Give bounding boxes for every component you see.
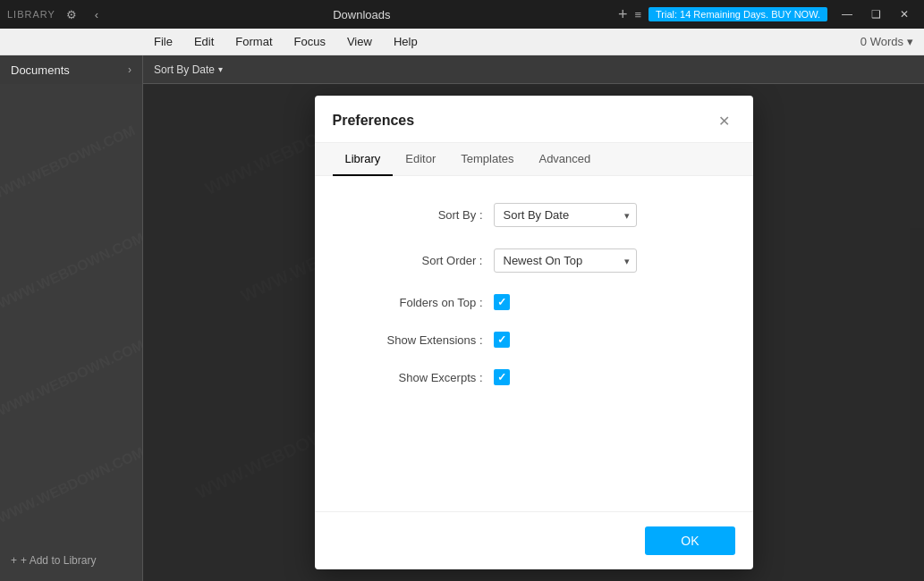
show-extensions-checkbox-wrapper: ✓ [494,332,510,348]
menu-focus[interactable]: Focus [284,29,336,55]
show-extensions-checkbox[interactable]: ✓ [494,332,510,348]
sort-by-button[interactable]: Sort By Date ▾ [154,63,223,76]
show-excerpts-checkbox[interactable]: ✓ [494,369,510,385]
dialog-body: Sort By : Sort By Date Sort By Name Sort… [315,176,753,511]
sort-by-label: Sort By : [351,208,494,222]
tab-library[interactable]: Library [333,143,394,176]
chevron-right-icon: › [128,63,131,76]
sort-order-select-wrapper: Newest On Top Oldest On Top ▾ [494,248,637,273]
documents-label: Documents [11,63,121,77]
sort-by-row: Sort By : Sort By Date Sort By Name Sort… [351,203,717,227]
gear-icon[interactable]: ⚙ [63,5,81,23]
menu-format[interactable]: Format [225,29,283,55]
folders-on-top-checkbox[interactable]: ✓ [494,294,510,310]
dialog-title: Preferences [333,113,714,129]
add-button[interactable]: + [618,6,628,22]
dialog-tabs: Library Editor Templates Advanced [315,143,753,176]
tab-advanced[interactable]: Advanced [526,143,603,176]
maximize-button[interactable]: ❑ [863,2,888,27]
menu-bar: File Edit Format Focus View Help 0 Words… [0,29,924,55]
tab-editor[interactable]: Editor [393,143,448,176]
window-controls: — ❑ ✕ [835,2,917,27]
sort-by-select[interactable]: Sort By Date Sort By Name Sort By Size [494,203,637,227]
folders-on-top-row: Folders on Top : ✓ [351,294,717,310]
ok-button[interactable]: OK [645,526,734,555]
sort-bar: Sort By Date ▾ [143,55,924,84]
dialog-header: Preferences ✕ [315,96,753,143]
trial-badge[interactable]: Trial: 14 Remaining Days. BUY NOW. [648,7,827,21]
content-area: WWW.WEBDOWN.COM WWW.WEBDOWN.COM WWW.WEBD… [143,84,924,581]
folders-on-top-checkbox-wrapper: ✓ [494,294,510,310]
show-excerpts-label: Show Excerpts : [351,371,494,384]
word-count-chevron: ▾ [907,35,913,48]
menu-help[interactable]: Help [383,29,428,55]
documents-bar: Documents › [0,55,143,84]
back-icon[interactable]: ‹ [88,5,106,23]
show-extensions-label: Show Extensions : [351,333,494,347]
checkmark-icon: ✓ [497,333,506,346]
library-label: LIBRARY [7,9,55,20]
preferences-dialog: Preferences ✕ Library Editor Templates A… [315,96,753,569]
tab-templates[interactable]: Templates [448,143,526,176]
sort-order-select[interactable]: Newest On Top Oldest On Top [494,248,637,273]
dialog-overlay: Preferences ✕ Library Editor Templates A… [143,84,924,581]
minimize-button[interactable]: — [835,2,860,27]
sort-by-select-wrapper: Sort By Date Sort By Name Sort By Size ▾ [494,203,637,227]
sort-order-row: Sort Order : Newest On Top Oldest On Top… [351,248,717,273]
add-to-library-button[interactable]: + + Add to Library [11,554,96,567]
sort-order-label: Sort Order : [351,254,494,267]
menu-file[interactable]: File [143,29,183,55]
show-excerpts-row: Show Excerpts : ✓ [351,369,717,385]
main-content: WWW.WEBDOWN.COM WWW.WEBDOWN.COM WWW.WEBD… [0,84,924,581]
checkmark-icon: ✓ [497,296,506,308]
dialog-footer: OK [315,511,753,569]
dialog-close-button[interactable]: ✕ [714,110,735,131]
show-excerpts-checkbox-wrapper: ✓ [494,369,510,385]
menu-icon[interactable]: ≡ [634,8,641,21]
menu-view[interactable]: View [336,29,383,55]
show-extensions-row: Show Extensions : ✓ [351,332,717,348]
title-bar: LIBRARY ⚙ ‹ Downloads + ≡ Trial: 14 Rema… [0,0,924,29]
checkmark-icon: ✓ [497,371,506,383]
folders-on-top-label: Folders on Top : [351,296,494,309]
sidebar: WWW.WEBDOWN.COM WWW.WEBDOWN.COM WWW.WEBD… [0,84,143,581]
close-button[interactable]: ✕ [892,2,917,27]
plus-icon: + [11,554,17,567]
word-count: 0 Words [860,35,903,48]
window-title: Downloads [113,8,611,21]
word-count-area[interactable]: 0 Words ▾ [850,35,924,48]
menu-edit[interactable]: Edit [183,29,225,55]
